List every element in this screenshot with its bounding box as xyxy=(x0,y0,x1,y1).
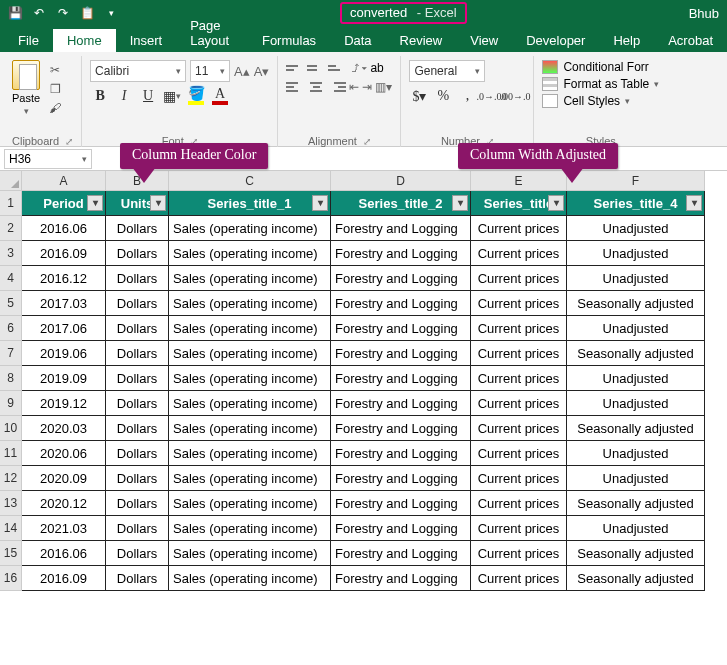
cell[interactable]: Sales (operating income) xyxy=(169,266,331,291)
cell[interactable]: Current prices xyxy=(471,441,567,466)
cell[interactable]: 2016.09 xyxy=(22,566,106,591)
cell[interactable]: Unadjusted xyxy=(567,466,705,491)
cell[interactable]: Sales (operating income) xyxy=(169,216,331,241)
table-header-cell[interactable]: Units xyxy=(106,191,169,216)
cut-icon[interactable]: ✂ xyxy=(46,62,64,78)
cell[interactable]: Forestry and Logging xyxy=(331,491,471,516)
table-header-cell[interactable]: Period xyxy=(22,191,106,216)
cell[interactable]: Sales (operating income) xyxy=(169,566,331,591)
filter-dropdown-icon[interactable] xyxy=(548,195,564,211)
cell[interactable]: Unadjusted xyxy=(567,316,705,341)
redo-icon[interactable]: ↷ xyxy=(56,6,70,20)
cell[interactable]: Sales (operating income) xyxy=(169,291,331,316)
font-color-button[interactable]: A xyxy=(210,86,230,106)
cell[interactable]: Dollars xyxy=(106,241,169,266)
cell[interactable]: 2020.06 xyxy=(22,441,106,466)
cell[interactable]: Dollars xyxy=(106,266,169,291)
cell[interactable]: Dollars xyxy=(106,541,169,566)
paste-qat-icon[interactable]: 📋 xyxy=(80,6,94,20)
filter-dropdown-icon[interactable] xyxy=(452,195,468,211)
font-name-select[interactable]: Calibri▾ xyxy=(90,60,186,82)
cell[interactable]: Current prices xyxy=(471,216,567,241)
cell[interactable]: Seasonally adjusted xyxy=(567,566,705,591)
cell[interactable]: 2019.12 xyxy=(22,391,106,416)
cell[interactable]: Current prices xyxy=(471,291,567,316)
number-format-select[interactable]: General▾ xyxy=(409,60,485,82)
row-head[interactable]: 6 xyxy=(0,316,22,341)
column-head-E[interactable]: E xyxy=(471,171,567,191)
clipboard-launcher-icon[interactable]: ⤢ xyxy=(65,136,73,147)
cell[interactable]: Unadjusted xyxy=(567,516,705,541)
accounting-format-icon[interactable]: $▾ xyxy=(409,86,429,106)
alignment-launcher-icon[interactable]: ⤢ xyxy=(363,136,371,147)
cell[interactable]: Sales (operating income) xyxy=(169,466,331,491)
comma-format-icon[interactable]: , xyxy=(457,86,477,106)
cell[interactable]: Current prices xyxy=(471,566,567,591)
cell[interactable]: Sales (operating income) xyxy=(169,491,331,516)
cell[interactable]: Forestry and Logging xyxy=(331,416,471,441)
cell[interactable]: Unadjusted xyxy=(567,216,705,241)
cell[interactable]: 2021.03 xyxy=(22,516,106,541)
align-top-icon[interactable] xyxy=(286,60,304,76)
cell[interactable]: Dollars xyxy=(106,516,169,541)
cell[interactable]: Seasonally adjusted xyxy=(567,291,705,316)
cell[interactable]: Unadjusted xyxy=(567,266,705,291)
cell[interactable]: Forestry and Logging xyxy=(331,391,471,416)
row-head[interactable]: 13 xyxy=(0,491,22,516)
save-icon[interactable]: 💾 xyxy=(8,6,22,20)
table-header-cell[interactable]: Series_title_2 xyxy=(331,191,471,216)
cell[interactable]: Dollars xyxy=(106,366,169,391)
merge-button[interactable]: ▥▾ xyxy=(375,80,392,94)
tab-acrobat[interactable]: Acrobat xyxy=(654,29,727,52)
borders-button[interactable]: ▦▾ xyxy=(162,86,182,106)
underline-button[interactable]: U xyxy=(138,86,158,106)
align-middle-icon[interactable] xyxy=(307,60,325,76)
cell[interactable]: Current prices xyxy=(471,491,567,516)
row-head[interactable]: 5 xyxy=(0,291,22,316)
cell[interactable]: Unadjusted xyxy=(567,241,705,266)
paste-dropdown-icon[interactable]: ▾ xyxy=(24,106,29,116)
decrease-font-icon[interactable]: A▾ xyxy=(254,64,270,79)
cell[interactable]: Sales (operating income) xyxy=(169,316,331,341)
cell[interactable]: Dollars xyxy=(106,566,169,591)
align-center-icon[interactable] xyxy=(307,79,325,95)
row-head[interactable]: 15 xyxy=(0,541,22,566)
cell[interactable]: Current prices xyxy=(471,341,567,366)
cell[interactable]: Sales (operating income) xyxy=(169,241,331,266)
cell[interactable]: Dollars xyxy=(106,341,169,366)
qat-more-icon[interactable]: ▾ xyxy=(104,6,118,20)
cell[interactable]: Dollars xyxy=(106,316,169,341)
cell[interactable]: Forestry and Logging xyxy=(331,541,471,566)
cell[interactable]: Current prices xyxy=(471,416,567,441)
align-right-icon[interactable] xyxy=(328,79,346,95)
align-left-icon[interactable] xyxy=(286,79,304,95)
cell[interactable]: Dollars xyxy=(106,441,169,466)
cell[interactable]: Dollars xyxy=(106,291,169,316)
italic-button[interactable]: I xyxy=(114,86,134,106)
row-head[interactable]: 12 xyxy=(0,466,22,491)
cell[interactable]: 2016.06 xyxy=(22,216,106,241)
increase-decimal-icon[interactable]: .0→.00 xyxy=(481,86,501,106)
cell[interactable]: Current prices xyxy=(471,316,567,341)
row-head[interactable]: 8 xyxy=(0,366,22,391)
cell[interactable]: 2016.09 xyxy=(22,241,106,266)
cell[interactable]: Forestry and Logging xyxy=(331,216,471,241)
row-head[interactable]: 1 xyxy=(0,191,22,216)
column-head-A[interactable]: A xyxy=(22,171,106,191)
cell[interactable]: 2017.06 xyxy=(22,316,106,341)
cell[interactable]: Seasonally adjusted xyxy=(567,491,705,516)
font-size-select[interactable]: 11▾ xyxy=(190,60,230,82)
cell[interactable]: Forestry and Logging xyxy=(331,316,471,341)
select-all-corner[interactable] xyxy=(0,171,22,191)
cell[interactable]: Forestry and Logging xyxy=(331,241,471,266)
filter-dropdown-icon[interactable] xyxy=(312,195,328,211)
cell[interactable]: Forestry and Logging xyxy=(331,441,471,466)
cell-styles-button[interactable]: Cell Styles▾ xyxy=(542,94,659,108)
cell[interactable]: 2020.03 xyxy=(22,416,106,441)
table-header-cell[interactable]: Series_title_1 xyxy=(169,191,331,216)
row-head[interactable]: 3 xyxy=(0,241,22,266)
cell[interactable]: Sales (operating income) xyxy=(169,441,331,466)
cell[interactable]: Sales (operating income) xyxy=(169,366,331,391)
copy-icon[interactable]: ❐ xyxy=(46,81,64,97)
paste-button[interactable]: Paste ▾ xyxy=(12,60,40,116)
